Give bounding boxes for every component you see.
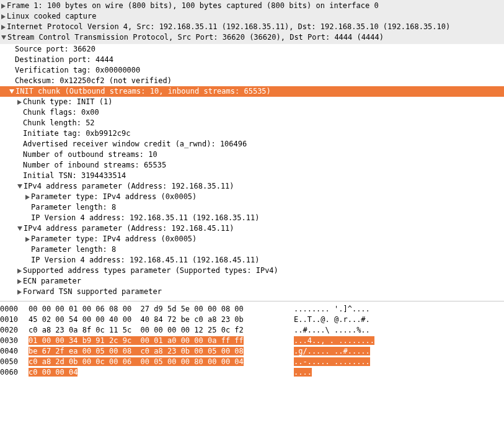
collapse-icon[interactable] [17, 184, 22, 189]
initial-tsn[interactable]: Initial TSN: 3194433514 [0, 171, 504, 181]
expand-icon[interactable] [1, 14, 6, 19]
a-rwnd[interactable]: Advertised receiver window credit (a_rwn… [0, 139, 504, 150]
field-text: Verification tag: 0x00000000 [15, 65, 140, 76]
frame-summary-text: Frame 1: 100 bytes on wire (800 bits), 1… [7, 1, 379, 11]
collapse-icon[interactable] [17, 226, 22, 231]
expand-icon[interactable] [17, 290, 22, 295]
hex-bytes-highlighted: c0 00 00 04 [29, 368, 77, 377]
sctp-layer-text: Stream Control Transmission Protocol, Sr… [7, 32, 384, 43]
hex-row[interactable]: 001045 02 00 54 00 00 40 00 40 84 72 be … [0, 315, 504, 325]
hex-ascii-highlighted: ..-..... ........ [294, 357, 370, 366]
outbound-streams[interactable]: Number of outbound streams: 10 [0, 150, 504, 160]
protocol-tree-detail: Source port: 36620 Destination port: 444… [0, 44, 504, 297]
field-text: Advertised receiver window credit (a_rwn… [23, 139, 247, 150]
sctp-layer[interactable]: Stream Control Transmission Protocol, Sr… [0, 32, 504, 43]
collapse-icon[interactable] [9, 89, 14, 94]
sctp-source-port[interactable]: Source port: 36620 [0, 44, 504, 55]
expand-icon[interactable] [25, 195, 30, 200]
field-text: Parameter type: IPv4 address (0x0005) [31, 192, 197, 202]
hex-offset: 0040 [0, 346, 29, 357]
hex-ascii-highlighted: ...4.., . ........ [294, 336, 374, 345]
hex-row[interactable]: 0020c0 a8 23 0a 8f 0c 11 5c 00 00 00 00 … [0, 325, 504, 336]
hex-bytes: 45 02 00 54 00 00 40 00 40 84 72 be c0 a… [29, 315, 289, 325]
field-text: Initiate tag: 0xb9912c9c [23, 128, 130, 139]
field-text: IP Version 4 address: 192.168.45.11 (192… [31, 255, 259, 266]
expand-icon[interactable] [17, 269, 22, 274]
field-text: Checksum: 0x12250cf2 (not verified) [15, 76, 172, 86]
hex-offset: 0000 [0, 304, 29, 315]
field-text: ECN parameter [23, 276, 81, 287]
hex-ascii: E..T..@. @.r...#. [294, 315, 370, 325]
sctp-verification-tag[interactable]: Verification tag: 0x00000000 [0, 65, 504, 76]
init-chunk-header-text: INIT chunk (Outbound streams: 10, inboun… [15, 86, 271, 97]
hex-bytes-highlighted: be 67 2f ea 00 05 00 08 c0 a8 23 0b 00 0… [29, 347, 244, 355]
field-text: Chunk length: 52 [23, 118, 95, 128]
inbound-streams[interactable]: Number of inbound streams: 65535 [0, 160, 504, 171]
chunk-flags[interactable]: Chunk flags: 0x00 [0, 107, 504, 118]
hex-ascii: ..#....\ .....%.. [294, 325, 370, 336]
chunk-type[interactable]: Chunk type: INIT (1) [0, 97, 504, 107]
expand-icon[interactable] [1, 25, 6, 30]
hex-offset: 0060 [0, 367, 29, 378]
frame-summary[interactable]: Frame 1: 100 bytes on wire (800 bits), 1… [0, 1, 504, 11]
hex-row[interactable]: 0050c0 a8 2d 0b 00 0c 00 06 00 05 00 00 … [0, 357, 504, 367]
field-text: Number of inbound streams: 65535 [23, 160, 166, 171]
ip-layer[interactable]: Internet Protocol Version 4, Src: 192.16… [0, 22, 504, 32]
ipv4-param-2-addr[interactable]: IP Version 4 address: 192.168.45.11 (192… [0, 255, 504, 266]
hex-offset: 0010 [0, 315, 29, 325]
field-text: IPv4 address parameter (Address: 192.168… [24, 223, 234, 234]
ipv4-param-1[interactable]: IPv4 address parameter (Address: 192.168… [0, 181, 504, 192]
supported-address-types[interactable]: Supported address types parameter (Suppo… [0, 266, 504, 276]
ipv4-param-1-len[interactable]: Parameter length: 8 [0, 202, 504, 213]
chunk-length[interactable]: Chunk length: 52 [0, 118, 504, 128]
ipv4-param-2-type[interactable]: Parameter type: IPv4 address (0x0005) [0, 234, 504, 244]
field-text: IP Version 4 address: 192.168.35.11 (192… [31, 213, 259, 223]
hex-row[interactable]: 003001 00 00 34 b9 91 2c 9c 00 01 a0 00 … [0, 336, 504, 346]
field-text: Number of outbound streams: 10 [23, 150, 157, 160]
sctp-dest-port[interactable]: Destination port: 4444 [0, 55, 504, 65]
collapse-icon[interactable] [1, 35, 6, 40]
field-text: Destination port: 4444 [15, 55, 113, 65]
field-text: IPv4 address parameter (Address: 192.168… [24, 181, 234, 192]
hex-bytes-highlighted: c0 a8 2d 0b 00 0c 00 06 00 05 00 00 80 0… [29, 357, 244, 366]
ipv4-param-1-addr[interactable]: IP Version 4 address: 192.168.35.11 (192… [0, 213, 504, 223]
hex-offset: 0020 [0, 325, 29, 336]
ipv4-param-1-type[interactable]: Parameter type: IPv4 address (0x0005) [0, 192, 504, 202]
ecn-parameter[interactable]: ECN parameter [0, 276, 504, 287]
forward-tsn-parameter[interactable]: Forward TSN supported parameter [0, 287, 504, 297]
field-text: Parameter length: 8 [31, 244, 116, 255]
hex-ascii-highlighted: .... [294, 368, 312, 377]
ipv4-param-2[interactable]: IPv4 address parameter (Address: 192.168… [0, 223, 504, 234]
linux-cooked-capture[interactable]: Linux cooked capture [0, 11, 504, 22]
field-text: Chunk type: INIT (1) [23, 97, 113, 107]
field-text: Forward TSN supported parameter [23, 287, 162, 297]
expand-icon[interactable] [17, 279, 22, 284]
field-text: Chunk flags: 0x00 [23, 107, 99, 118]
field-text: Supported address types parameter (Suppo… [23, 266, 278, 276]
hex-row[interactable]: 0040be 67 2f ea 00 05 00 08 c0 a8 23 0b … [0, 346, 504, 357]
hex-row[interactable]: 000000 00 00 01 00 06 08 00 27 d9 5d 5e … [0, 304, 504, 315]
hex-ascii: ........ '.]^.... [294, 304, 370, 315]
sctp-checksum[interactable]: Checksum: 0x12250cf2 (not verified) [0, 76, 504, 86]
expand-icon[interactable] [17, 100, 22, 105]
expand-icon[interactable] [25, 237, 30, 242]
protocol-tree-top: Frame 1: 100 bytes on wire (800 bits), 1… [0, 0, 504, 44]
field-text: Parameter length: 8 [31, 202, 116, 213]
initiate-tag[interactable]: Initiate tag: 0xb9912c9c [0, 128, 504, 139]
hex-dump-pane: 000000 00 00 01 00 06 08 00 27 d9 5d 5e … [0, 301, 504, 378]
field-text: Initial TSN: 3194433514 [23, 171, 126, 181]
hex-ascii-highlighted: .g/..... ..#..... [294, 347, 370, 355]
hex-row[interactable]: 0060c0 00 00 04.... [0, 367, 504, 378]
linux-cooked-text: Linux cooked capture [7, 11, 97, 22]
field-text: Parameter type: IPv4 address (0x0005) [31, 234, 197, 244]
expand-icon[interactable] [1, 4, 6, 9]
hex-offset: 0050 [0, 357, 29, 367]
hex-bytes-highlighted: 01 00 00 34 b9 91 2c 9c 00 01 a0 00 00 0… [29, 336, 244, 345]
ipv4-param-2-len[interactable]: Parameter length: 8 [0, 244, 504, 255]
field-text: Source port: 36620 [15, 44, 95, 55]
init-chunk-header[interactable]: INIT chunk (Outbound streams: 10, inboun… [0, 86, 504, 97]
hex-offset: 0030 [0, 336, 29, 346]
hex-bytes: c0 a8 23 0a 8f 0c 11 5c 00 00 00 00 12 2… [29, 325, 289, 336]
hex-bytes: 00 00 00 01 00 06 08 00 27 d9 5d 5e 00 0… [29, 304, 289, 315]
ip-layer-text: Internet Protocol Version 4, Src: 192.16… [7, 22, 450, 32]
